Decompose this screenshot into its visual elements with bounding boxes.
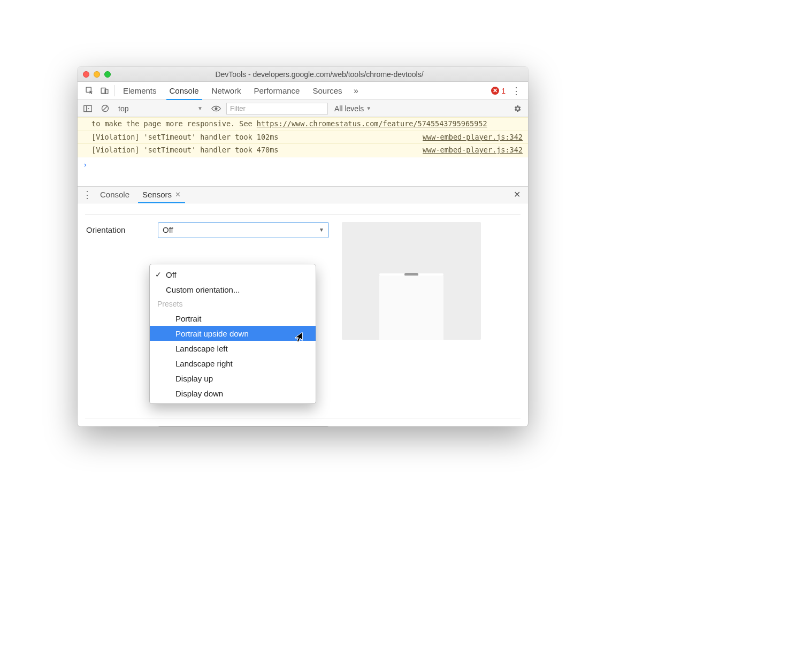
console-log-row[interactable]: to make the page more responsive. See ht…	[78, 117, 528, 131]
touch-select[interactable]: Device-based ▼	[158, 426, 329, 426]
orientation-dropdown: Off Custom orientation... Presets Portra…	[149, 264, 316, 404]
device-toolbar-icon[interactable]	[97, 82, 112, 100]
more-tabs-icon[interactable]: »	[349, 82, 364, 100]
console-settings-icon[interactable]	[510, 104, 525, 113]
log-link[interactable]: https://www.chromestatus.com/feature/574…	[257, 119, 487, 128]
dropdown-option-display-down[interactable]: Display down	[150, 386, 316, 401]
clear-console-icon[interactable]	[98, 103, 112, 114]
dropdown-option-off[interactable]: Off	[150, 267, 316, 282]
tab-console[interactable]: Console	[163, 82, 205, 100]
console-log-area: to make the page more responsive. See ht…	[78, 117, 528, 172]
dropdown-option-landscape-left[interactable]: Landscape left	[150, 341, 316, 356]
console-log-row[interactable]: [Violation] 'setTimeout' handler took 10…	[78, 131, 528, 144]
log-message: to make the page more responsive. See ht…	[91, 119, 523, 129]
drawer-close-icon[interactable]: ✕	[509, 187, 525, 203]
prompt-caret: ›	[83, 161, 87, 169]
log-source-link[interactable]: www-embed-player.js:342	[423, 132, 523, 143]
drawer-menu-icon[interactable]: ⋮	[81, 187, 94, 203]
context-value: top	[118, 104, 128, 113]
touch-label: Touch	[86, 426, 145, 426]
chevron-down-icon: ▼	[366, 105, 371, 111]
tab-network[interactable]: Network	[205, 82, 248, 100]
execution-context-select[interactable]: top ▼	[115, 103, 206, 114]
device-body	[379, 276, 443, 340]
console-sidebar-toggle-icon[interactable]	[81, 103, 95, 114]
svg-point-5	[215, 108, 217, 110]
devtools-window: DevTools - developers.google.com/web/too…	[78, 67, 528, 426]
orientation-value: Off	[163, 225, 173, 234]
log-levels-select[interactable]: All levels ▼	[331, 104, 374, 113]
dropdown-option-custom[interactable]: Custom orientation...	[150, 282, 316, 297]
levels-label: All levels	[334, 104, 364, 113]
dropdown-option-landscape-right[interactable]: Landscape right	[150, 356, 316, 371]
maximize-window-button[interactable]	[104, 71, 111, 78]
drawer-tab-console[interactable]: Console	[94, 187, 136, 203]
titlebar: DevTools - developers.google.com/web/too…	[78, 67, 528, 82]
drawer-tabbar: ⋮ Console Sensors ✕ ✕	[78, 186, 528, 203]
panel-gap	[78, 172, 528, 186]
window-title: DevTools - developers.google.com/web/too…	[116, 70, 523, 79]
chevron-down-icon: ▼	[197, 105, 203, 111]
error-count: 1	[501, 87, 506, 95]
minimize-window-button[interactable]	[94, 71, 100, 78]
log-source-link[interactable]: www-embed-player.js:342	[423, 145, 523, 156]
tab-performance[interactable]: Performance	[248, 82, 307, 100]
filter-input[interactable]: Filter	[226, 103, 328, 114]
inspect-element-icon[interactable]	[82, 82, 97, 100]
device-orientation-preview[interactable]	[342, 222, 481, 340]
tab-elements[interactable]: Elements	[117, 82, 163, 100]
divider	[85, 418, 521, 418]
main-menu-icon[interactable]: ⋮	[509, 82, 524, 100]
window-controls	[83, 71, 111, 78]
mouse-cursor-icon	[294, 332, 303, 342]
orientation-select[interactable]: Off ▼	[158, 222, 329, 238]
error-count-badge[interactable]: ✕ 1	[488, 82, 509, 100]
live-expression-icon[interactable]	[209, 103, 223, 114]
dropdown-presets-header: Presets	[150, 297, 316, 311]
console-log-row[interactable]: [Violation] 'setTimeout' handler took 47…	[78, 144, 528, 157]
dropdown-option-portrait-upside-down[interactable]: Portrait upside down	[150, 326, 316, 341]
log-message: [Violation] 'setTimeout' handler took 10…	[91, 132, 416, 143]
tab-sources[interactable]: Sources	[306, 82, 348, 100]
close-tab-icon[interactable]: ✕	[175, 190, 181, 198]
divider	[114, 85, 114, 96]
dropdown-option-display-up[interactable]: Display up	[150, 371, 316, 386]
drawer-tab-sensors[interactable]: Sensors ✕	[136, 187, 187, 203]
log-message: [Violation] 'setTimeout' handler took 47…	[91, 145, 416, 156]
console-toolbar: top ▼ Filter All levels ▼	[78, 100, 528, 117]
filter-placeholder: Filter	[230, 104, 246, 112]
main-tabbar: Elements Console Network Performance Sou…	[78, 82, 528, 100]
touch-row: Touch Device-based ▼	[86, 426, 519, 426]
divider	[85, 214, 521, 215]
chevron-down-icon: ▼	[319, 227, 324, 233]
console-prompt[interactable]: ›	[78, 157, 528, 172]
error-icon: ✕	[491, 87, 499, 95]
orientation-label: Orientation	[86, 222, 145, 234]
close-window-button[interactable]	[83, 71, 89, 78]
dropdown-option-portrait[interactable]: Portrait	[150, 311, 316, 326]
